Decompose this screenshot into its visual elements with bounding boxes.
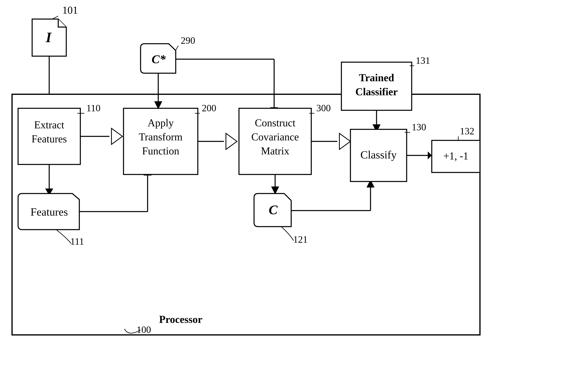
label-construct-3: Matrix [261, 145, 289, 157]
label-apply-1: Apply [147, 117, 174, 129]
ref-100: 100 [136, 324, 151, 335]
label-construct-2: Covariance [252, 131, 299, 143]
label-I: I [46, 29, 52, 45]
label-C: C [269, 202, 278, 217]
diagram-svg: 101 I Processor 100 Extract Features 110 [0, 0, 588, 371]
diagram-container: 101 I Processor 100 Extract Features 110 [0, 0, 588, 371]
ref-132: 132 [460, 126, 474, 136]
ref-131: 131 [416, 55, 430, 66]
ref-101: 101 [62, 4, 78, 16]
ref-121: 121 [293, 234, 308, 245]
label-apply-2: Transform [139, 131, 183, 143]
ref-290: 290 [181, 35, 195, 46]
label-extract-2: Features [32, 133, 67, 145]
label-processor: Processor [159, 314, 202, 325]
label-classify: Classify [360, 149, 397, 161]
label-trained-1: Trained [359, 72, 394, 83]
ref-130: 130 [412, 122, 426, 132]
ref-200: 200 [202, 103, 216, 113]
label-output: +1, -1 [443, 150, 469, 162]
label-features: Features [31, 206, 68, 218]
label-cstar: C* [152, 52, 166, 66]
label-construct-1: Construct [255, 117, 296, 129]
ref-300: 300 [316, 103, 331, 113]
label-trained-2: Classifier [356, 86, 398, 98]
label-extract-1: Extract [34, 119, 64, 130]
label-apply-3: Function [142, 145, 179, 157]
ref-111: 111 [70, 236, 84, 247]
ref-110: 110 [86, 103, 100, 113]
